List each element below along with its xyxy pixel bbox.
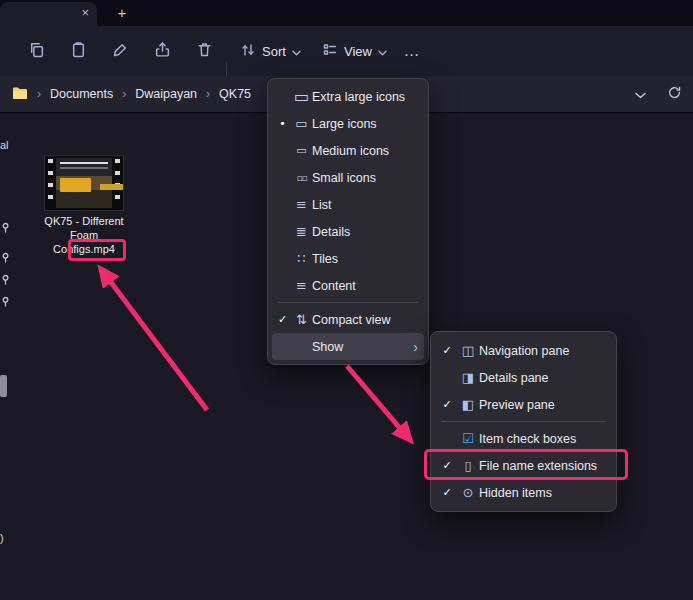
- file-name-line: QK75 - Different: [30, 214, 138, 228]
- file-name: QK75 - Different Foam Configs.mp4: [30, 214, 138, 256]
- menu-item-medium-icons[interactable]: ▭ Medium icons: [268, 137, 428, 164]
- arrow-to-file-extension: [101, 269, 207, 410]
- check-mark: ✓: [437, 398, 457, 411]
- menu-item-item-check-boxes[interactable]: ☑ Item check boxes: [431, 425, 616, 452]
- preview-pane-icon: ◧: [457, 397, 479, 412]
- show-submenu: ✓ ◫ Navigation pane ◨ Details pane ✓ ◧ P…: [430, 331, 617, 512]
- menu-item-preview-pane[interactable]: ✓ ◧ Preview pane: [431, 391, 616, 418]
- check-mark: ✓: [437, 459, 457, 472]
- nav-pane-text-fragment: al: [0, 139, 9, 151]
- explorer-tab[interactable]: ×: [0, 2, 97, 26]
- view-button[interactable]: View: [316, 36, 393, 66]
- close-tab-icon[interactable]: ×: [81, 5, 89, 21]
- file-item-video[interactable]: QK75 - Different Foam Configs.mp4: [30, 156, 138, 256]
- filmstrip-holes: [115, 159, 120, 207]
- menu-item-navigation-pane[interactable]: ✓ ◫ Navigation pane: [431, 337, 616, 364]
- menu-item-show[interactable]: Show ›: [272, 333, 424, 360]
- menu-item-label: File name extensions: [479, 459, 610, 473]
- content-icon: ≡: [291, 278, 312, 293]
- check-mark: ✓: [437, 344, 457, 357]
- eye-icon: ⊙: [457, 485, 479, 500]
- filmstrip-holes: [48, 159, 53, 207]
- menu-item-label: Details: [312, 225, 422, 239]
- breadcrumb: › Documents › Dwaipayan › QK75: [12, 76, 251, 112]
- menu-item-tiles[interactable]: ∷ Tiles: [268, 245, 428, 272]
- menu-item-label: Large icons: [312, 117, 422, 131]
- folder-icon: [12, 86, 28, 103]
- rename-button[interactable]: [105, 36, 135, 66]
- nav-pane-selection-fragment: [0, 375, 7, 397]
- sort-button[interactable]: Sort: [234, 36, 307, 66]
- menu-item-label: Details pane: [479, 371, 610, 385]
- small-icons-icon: ▫▫: [291, 173, 312, 183]
- details-icon: ≣: [291, 224, 312, 239]
- video-thumbnail: [45, 156, 123, 210]
- trash-icon: [196, 41, 213, 61]
- menu-item-label: Item check boxes: [479, 432, 610, 446]
- command-bar: Sort View …: [0, 26, 693, 76]
- menu-item-label: Navigation pane: [479, 344, 610, 358]
- menu-item-small-icons[interactable]: ▫▫ Small icons: [268, 164, 428, 191]
- pin-icon: [1, 249, 11, 260]
- check-mark: ✓: [437, 486, 457, 499]
- menu-item-label: Small icons: [312, 171, 422, 185]
- breadcrumb-separator: ›: [37, 87, 41, 101]
- menu-item-label: Medium icons: [312, 144, 422, 158]
- menu-item-compact-view[interactable]: ✓ ⇅ Compact view: [268, 306, 428, 333]
- menu-item-list[interactable]: ≡ List: [268, 191, 428, 218]
- pin-icon: [1, 293, 11, 304]
- extra-large-icons-icon: ▭: [291, 87, 312, 106]
- menu-item-details[interactable]: ≣ Details: [268, 218, 428, 245]
- menu-item-label: Hidden items: [479, 486, 610, 500]
- breadcrumb-item-dwaipayan[interactable]: Dwaipayan: [135, 87, 197, 101]
- menu-item-label: Show: [312, 340, 413, 354]
- compact-view-icon: ⇅: [291, 312, 312, 327]
- rename-icon: [112, 41, 129, 61]
- menu-item-file-name-extensions[interactable]: ✓ ▯ File name extensions: [431, 452, 616, 479]
- menu-item-large-icons[interactable]: • ▭ Large icons: [268, 110, 428, 137]
- menu-item-label: Content: [312, 279, 422, 293]
- menu-item-details-pane[interactable]: ◨ Details pane: [431, 364, 616, 391]
- new-tab-button[interactable]: +: [112, 3, 132, 23]
- menu-item-label: Tiles: [312, 252, 422, 266]
- arrow-to-file-name-extensions: [347, 366, 410, 440]
- menu-item-hidden-items[interactable]: ✓ ⊙ Hidden items: [431, 479, 616, 506]
- view-icon: [322, 42, 338, 61]
- chevron-down-icon: [378, 44, 387, 59]
- menu-divider: [441, 421, 606, 422]
- chevron-down-icon: [635, 87, 646, 102]
- list-icon: ≡: [291, 197, 312, 212]
- breadcrumb-separator: ›: [122, 87, 126, 101]
- paste-button[interactable]: [63, 36, 93, 66]
- chevron-down-icon: [292, 44, 301, 59]
- view-label: View: [344, 44, 372, 59]
- share-icon: [154, 41, 171, 61]
- refresh-button[interactable]: [663, 84, 685, 104]
- menu-item-content[interactable]: ≡ Content: [268, 272, 428, 299]
- view-context-menu: ▭ Extra large icons • ▭ Large icons ▭ Me…: [267, 78, 429, 365]
- thumbnail-image: [56, 158, 112, 208]
- file-name-line: Foam: [30, 228, 138, 242]
- copy-button[interactable]: [21, 36, 51, 66]
- selected-bullet: •: [274, 117, 291, 130]
- delete-button[interactable]: [189, 36, 219, 66]
- menu-item-label: Extra large icons: [312, 90, 422, 104]
- see-more-button[interactable]: …: [398, 36, 426, 66]
- tab-bar: × +: [0, 0, 693, 26]
- file-name-line: Configs.mp4: [30, 242, 138, 256]
- breadcrumb-item-documents[interactable]: Documents: [50, 87, 113, 101]
- menu-item-label: Compact view: [312, 313, 422, 327]
- breadcrumb-separator: ›: [206, 87, 210, 101]
- item-check-boxes-icon: ☑: [457, 431, 479, 446]
- menu-divider: [278, 302, 418, 303]
- file-explorer-window: × + Sort View …: [0, 0, 693, 600]
- pin-icon: [1, 271, 11, 282]
- menu-item-label: List: [312, 198, 422, 212]
- address-dropdown-button[interactable]: [629, 84, 651, 104]
- medium-icons-icon: ▭: [291, 144, 312, 157]
- menu-item-extra-large-icons[interactable]: ▭ Extra large icons: [268, 83, 428, 110]
- breadcrumb-item-qk75[interactable]: QK75: [219, 87, 251, 101]
- navigation-pane-icon: ◫: [457, 343, 479, 358]
- details-pane-icon: ◨: [457, 370, 479, 385]
- share-button[interactable]: [147, 36, 177, 66]
